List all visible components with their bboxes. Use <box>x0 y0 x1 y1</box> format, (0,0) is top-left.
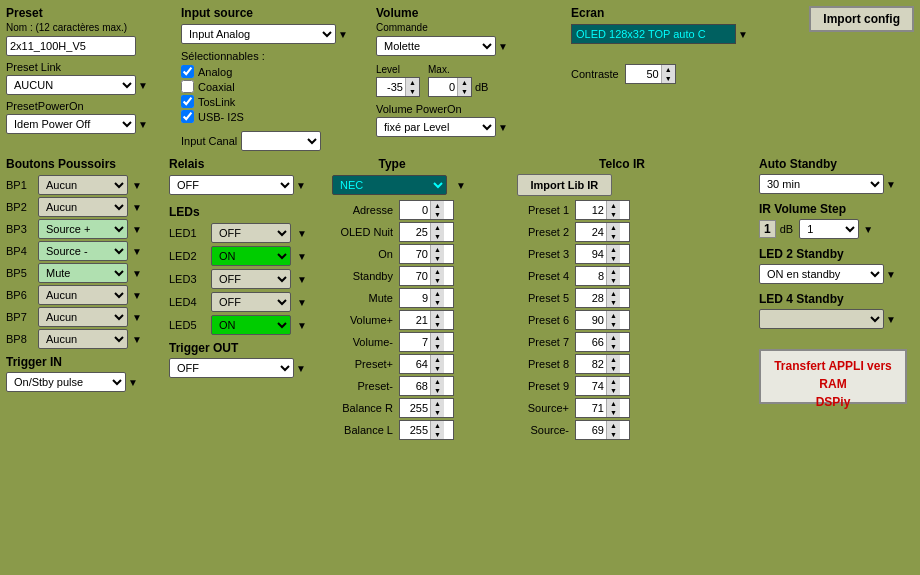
ir-volume-step-select[interactable]: 1 <box>799 219 859 239</box>
volminus-input[interactable] <box>400 333 430 351</box>
on-up-btn[interactable]: ▲ <box>430 245 444 254</box>
preset-link-select[interactable]: AUCUN <box>6 75 136 95</box>
standby-up-btn[interactable]: ▲ <box>430 267 444 276</box>
balancer-up-btn[interactable]: ▲ <box>430 399 444 408</box>
bp5-select[interactable]: Mute <box>38 263 128 283</box>
balancer-input[interactable] <box>400 399 430 417</box>
preset6-down-btn[interactable]: ▼ <box>606 320 620 329</box>
sourceminus-telco-up-btn[interactable]: ▲ <box>606 421 620 430</box>
led2-standby-select[interactable]: ON en standby <box>759 264 884 284</box>
volume-poweron-select[interactable]: fixé par Level <box>376 117 496 137</box>
max-up-btn[interactable]: ▲ <box>457 78 471 87</box>
level-input[interactable] <box>377 78 405 96</box>
preset5-up-btn[interactable]: ▲ <box>606 289 620 298</box>
volminus-down-btn[interactable]: ▼ <box>430 342 444 351</box>
balancel-down-btn[interactable]: ▼ <box>430 430 444 439</box>
preset3-input[interactable] <box>576 245 606 263</box>
relais-select[interactable]: OFF <box>169 175 294 195</box>
bp8-select[interactable]: Aucun <box>38 329 128 349</box>
preset6-input[interactable] <box>576 311 606 329</box>
input-source-select[interactable]: Input Analog <box>181 24 336 44</box>
preset9-down-btn[interactable]: ▼ <box>606 386 620 395</box>
bp6-select[interactable]: Aucun <box>38 285 128 305</box>
import-config-button[interactable]: Import config <box>809 6 914 32</box>
sourceminus-telco-down-btn[interactable]: ▼ <box>606 430 620 439</box>
input-canal-select[interactable] <box>241 131 321 151</box>
adresse-up-btn[interactable]: ▲ <box>430 201 444 210</box>
presetminus-down-btn[interactable]: ▼ <box>430 386 444 395</box>
preset6-up-btn[interactable]: ▲ <box>606 311 620 320</box>
preset7-down-btn[interactable]: ▼ <box>606 342 620 351</box>
bp1-select[interactable]: Aucun <box>38 175 128 195</box>
adresse-down-btn[interactable]: ▼ <box>430 210 444 219</box>
led4-standby-select[interactable] <box>759 309 884 329</box>
adresse-input[interactable] <box>400 201 430 219</box>
trigger-in-select[interactable]: On/Stby pulse <box>6 372 126 392</box>
contraste-input[interactable] <box>626 65 661 83</box>
analog-checkbox[interactable] <box>181 65 194 78</box>
trigger-out-select[interactable]: OFF <box>169 358 294 378</box>
mute-up-btn[interactable]: ▲ <box>430 289 444 298</box>
presetplus-down-btn[interactable]: ▼ <box>430 364 444 373</box>
level-up-btn[interactable]: ▲ <box>405 78 419 87</box>
balancer-down-btn[interactable]: ▼ <box>430 408 444 417</box>
max-down-btn[interactable]: ▼ <box>457 87 471 96</box>
bp2-select[interactable]: Aucun <box>38 197 128 217</box>
led4-select[interactable]: OFF <box>211 292 291 312</box>
sourceplus-telco-down-btn[interactable]: ▼ <box>606 408 620 417</box>
coaxial-checkbox[interactable] <box>181 80 194 93</box>
preset9-input[interactable] <box>576 377 606 395</box>
led1-select[interactable]: OFF <box>211 223 291 243</box>
presetminus-up-btn[interactable]: ▲ <box>430 377 444 386</box>
preset7-up-btn[interactable]: ▲ <box>606 333 620 342</box>
bp3-select[interactable]: Source + <box>38 219 128 239</box>
volminus-up-btn[interactable]: ▲ <box>430 333 444 342</box>
contraste-up-btn[interactable]: ▲ <box>661 65 675 74</box>
balancel-up-btn[interactable]: ▲ <box>430 421 444 430</box>
contraste-down-btn[interactable]: ▼ <box>661 74 675 83</box>
preset5-down-btn[interactable]: ▼ <box>606 298 620 307</box>
on-input[interactable] <box>400 245 430 263</box>
presetplus-input[interactable] <box>400 355 430 373</box>
balancel-input[interactable] <box>400 421 430 439</box>
sourceplus-telco-input[interactable] <box>576 399 606 417</box>
volplus-up-btn[interactable]: ▲ <box>430 311 444 320</box>
preset1-input[interactable] <box>576 201 606 219</box>
led3-select[interactable]: OFF <box>211 269 291 289</box>
mute-down-btn[interactable]: ▼ <box>430 298 444 307</box>
mute-input[interactable] <box>400 289 430 307</box>
standby-down-btn[interactable]: ▼ <box>430 276 444 285</box>
volplus-down-btn[interactable]: ▼ <box>430 320 444 329</box>
transfer-button[interactable]: Transfert APPLI vers RAMDSPiy <box>759 349 907 404</box>
bp7-select[interactable]: Aucun <box>38 307 128 327</box>
preset4-down-btn[interactable]: ▼ <box>606 276 620 285</box>
volume-commande-select[interactable]: Molette <box>376 36 496 56</box>
preset5-input[interactable] <box>576 289 606 307</box>
sourceminus-telco-input[interactable] <box>576 421 606 439</box>
preset2-down-btn[interactable]: ▼ <box>606 232 620 241</box>
import-lib-ir-button[interactable]: Import Lib IR <box>517 174 612 196</box>
preset8-input[interactable] <box>576 355 606 373</box>
volplus-input[interactable] <box>400 311 430 329</box>
oled-nuit-down-btn[interactable]: ▼ <box>430 232 444 241</box>
preset3-up-btn[interactable]: ▲ <box>606 245 620 254</box>
preset-poweron-select[interactable]: Idem Power Off <box>6 114 136 134</box>
on-down-btn[interactable]: ▼ <box>430 254 444 263</box>
preset4-up-btn[interactable]: ▲ <box>606 267 620 276</box>
led2-select[interactable]: ON <box>211 246 291 266</box>
preset7-input[interactable] <box>576 333 606 351</box>
preset8-up-btn[interactable]: ▲ <box>606 355 620 364</box>
preset4-input[interactable] <box>576 267 606 285</box>
preset1-down-btn[interactable]: ▼ <box>606 210 620 219</box>
preset2-up-btn[interactable]: ▲ <box>606 223 620 232</box>
auto-standby-select[interactable]: 30 min <box>759 174 884 194</box>
preset1-up-btn[interactable]: ▲ <box>606 201 620 210</box>
nec-select[interactable]: NEC <box>332 175 447 195</box>
preset-name-input[interactable] <box>6 36 136 56</box>
toslink-checkbox[interactable] <box>181 95 194 108</box>
preset8-down-btn[interactable]: ▼ <box>606 364 620 373</box>
level-down-btn[interactable]: ▼ <box>405 87 419 96</box>
bp4-select[interactable]: Source - <box>38 241 128 261</box>
preset2-input[interactable] <box>576 223 606 241</box>
sourceplus-telco-up-btn[interactable]: ▲ <box>606 399 620 408</box>
